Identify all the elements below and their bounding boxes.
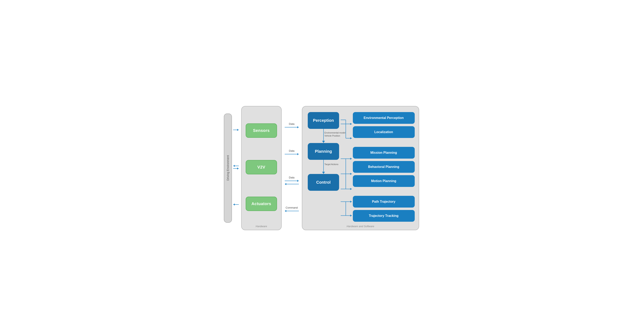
control-node: Control — [308, 174, 339, 191]
hw-sw-label: Hardware and Software — [346, 225, 374, 228]
bracket-connectors — [341, 111, 353, 222]
perception-node: Perception — [308, 112, 339, 129]
data-label-3: Data — [289, 176, 294, 179]
command-conn: Command — [285, 206, 299, 212]
group-spacer-1 — [353, 140, 415, 144]
data-conn-2: Data — [285, 149, 299, 155]
hardware-section: Hardware Sensors V2V Actuators — [241, 106, 282, 230]
v2v-node: V2V — [246, 160, 277, 174]
data-label-2: Data — [289, 149, 294, 152]
actuators-to-env-arrow — [233, 203, 239, 205]
connector-svg — [341, 111, 353, 222]
localization-node: Localization — [353, 126, 415, 138]
command-label: Command — [286, 206, 298, 209]
driving-env-bar: Driving Environment — [224, 114, 232, 223]
sensors-node: Sensors — [246, 123, 277, 138]
data-label-1: Data — [289, 122, 294, 125]
left-arrows — [233, 106, 239, 230]
env-perception-node: Environmental Perception — [353, 112, 415, 124]
diagram-container: Driving Environment Hardware — [223, 106, 421, 230]
hardware-label: Hardware — [256, 225, 267, 228]
planning-node: Planning — [308, 143, 339, 160]
env-to-sensors-arrow — [233, 129, 239, 131]
mission-planning-node: Mission Planning — [353, 147, 415, 159]
sub-nodes-column: Environmental Perception Localization Mi… — [353, 111, 415, 222]
hw-sw-section: Hardware and Software Perception Environ… — [302, 106, 419, 230]
main-nodes-column: Perception Environmental model Vehicle P… — [306, 111, 341, 222]
behavioral-planning-node: Behavioral Planning — [353, 161, 415, 173]
data-conn-3: Data — [285, 176, 299, 185]
target-actions-label: Target Actions — [324, 163, 338, 165]
group-spacer-2 — [353, 189, 415, 193]
driving-env-label: Driving Environment — [226, 155, 230, 181]
actuators-node: Actuators — [246, 197, 277, 211]
middle-connectors: Data Data Data — [284, 106, 300, 230]
path-trajectory-node: Path Trajectory — [353, 196, 415, 208]
planning-to-control-connector: Target Actions — [323, 160, 324, 174]
env-to-v2v-arrows — [233, 165, 239, 170]
trajectory-tracking-node: Trajectory Tracking — [353, 210, 415, 222]
driving-environment-section: Driving Environment — [223, 106, 233, 230]
motion-planning-node: Motion Planning — [353, 175, 415, 187]
data-conn-1: Data — [285, 122, 299, 128]
perception-to-planning-connector: Environmental model Vehicle Position — [323, 129, 324, 143]
